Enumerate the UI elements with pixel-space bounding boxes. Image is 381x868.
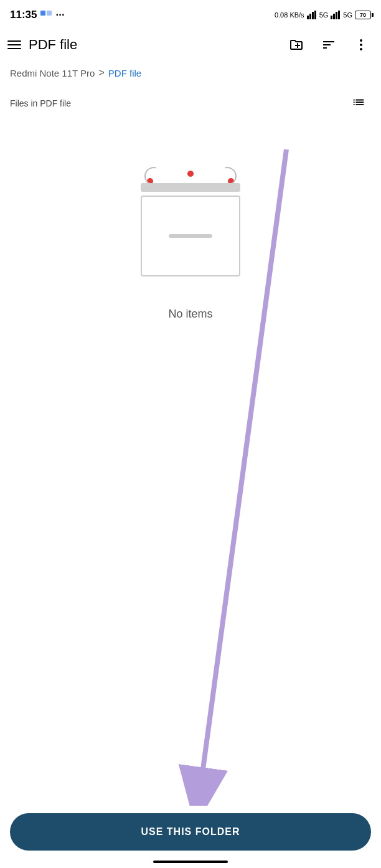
svg-rect-8 bbox=[336, 12, 337, 19]
svg-rect-1 bbox=[47, 11, 52, 16]
empty-illustration bbox=[128, 158, 253, 283]
sort-icon bbox=[321, 37, 336, 52]
empty-state: No items bbox=[0, 121, 381, 346]
svg-point-11 bbox=[360, 44, 362, 46]
use-folder-button[interactable]: USE THIS FOLDER bbox=[10, 813, 371, 851]
battery-icon: 70 bbox=[355, 11, 371, 19]
svg-point-12 bbox=[360, 48, 362, 50]
section-title: Files in PDF file bbox=[10, 98, 71, 108]
svg-rect-4 bbox=[312, 12, 314, 19]
scanner-line bbox=[169, 234, 212, 238]
svg-rect-7 bbox=[333, 14, 335, 19]
scanner-lid bbox=[141, 183, 240, 192]
home-indicator bbox=[153, 861, 228, 863]
svg-rect-0 bbox=[40, 11, 45, 16]
dot-center bbox=[187, 171, 194, 177]
menu-button[interactable] bbox=[7, 40, 21, 49]
empty-text: No items bbox=[168, 308, 212, 321]
network-label: 5G bbox=[319, 11, 329, 19]
app-title: PDF file bbox=[29, 37, 276, 53]
data-rate: 0.08 KB/s bbox=[275, 11, 304, 19]
svg-rect-9 bbox=[338, 11, 340, 19]
svg-rect-6 bbox=[331, 16, 332, 19]
breadcrumb-chevron: > bbox=[98, 67, 104, 78]
signal-icon bbox=[307, 11, 317, 19]
list-view-button[interactable] bbox=[346, 91, 371, 116]
svg-point-10 bbox=[360, 39, 362, 42]
signal-icon-2 bbox=[331, 11, 341, 19]
battery-level: 70 bbox=[360, 12, 366, 18]
app-bar: PDF file bbox=[0, 27, 381, 62]
breadcrumb: Redmi Note 11T Pro > PDF file bbox=[0, 62, 381, 83]
more-icon bbox=[354, 37, 369, 52]
list-view-icon bbox=[352, 97, 365, 110]
svg-rect-2 bbox=[307, 16, 309, 19]
new-folder-icon bbox=[289, 37, 304, 52]
new-folder-button[interactable] bbox=[284, 32, 309, 57]
network-label-2: 5G bbox=[343, 11, 352, 19]
breadcrumb-current: PDF file bbox=[108, 68, 141, 78]
svg-rect-5 bbox=[314, 11, 316, 19]
breadcrumb-parent[interactable]: Redmi Note 11T Pro bbox=[10, 68, 95, 78]
more-options-button[interactable] bbox=[349, 32, 374, 57]
bottom-bar: USE THIS FOLDER bbox=[0, 806, 381, 868]
status-icon bbox=[40, 11, 52, 19]
status-time: 11:35 ··· bbox=[10, 9, 65, 21]
dots-indicator: ··· bbox=[55, 9, 64, 21]
status-right: 0.08 KB/s 5G 5G 70 bbox=[275, 11, 371, 19]
status-bar: 11:35 ··· 0.08 KB/s 5G 5G 70 bbox=[0, 0, 381, 27]
time-display: 11:35 bbox=[10, 9, 37, 21]
scanner-box bbox=[141, 196, 240, 276]
section-header: Files in PDF file bbox=[0, 86, 381, 121]
svg-rect-3 bbox=[309, 14, 311, 19]
sort-button[interactable] bbox=[316, 32, 341, 57]
